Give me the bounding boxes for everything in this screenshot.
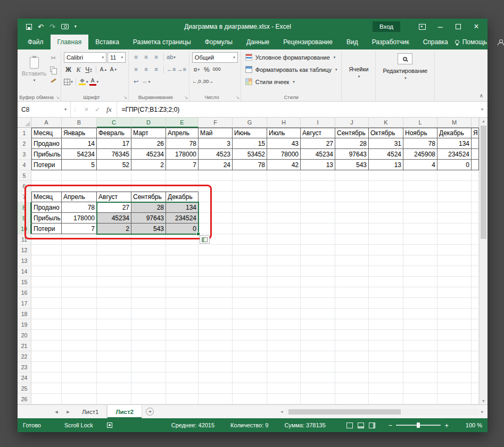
- column-header-M[interactable]: M: [437, 118, 472, 128]
- cell-B9[interactable]: 178000: [62, 213, 97, 224]
- cell-K17[interactable]: [369, 298, 403, 309]
- cell-L25[interactable]: [403, 383, 437, 394]
- cell-M21[interactable]: [437, 341, 472, 351]
- cell-B12[interactable]: [62, 245, 97, 255]
- cell-E16[interactable]: [166, 287, 199, 298]
- cell-G3[interactable]: 53452: [233, 149, 267, 160]
- cell-F2[interactable]: 3: [199, 138, 233, 149]
- number-format-select[interactable]: Общий▾: [192, 52, 238, 63]
- cell-F23[interactable]: [199, 362, 233, 372]
- cell-M4[interactable]: 0: [437, 160, 472, 170]
- cell-F20[interactable]: [199, 330, 233, 341]
- cell-G14[interactable]: [233, 266, 267, 277]
- cell-I12[interactable]: [301, 245, 335, 255]
- cell-J3[interactable]: 97643: [335, 149, 369, 160]
- cell-H22[interactable]: [267, 351, 301, 362]
- cell-F7[interactable]: [199, 192, 233, 202]
- row-header-19[interactable]: 19: [18, 319, 31, 330]
- cell-H18[interactable]: [267, 309, 301, 319]
- cell-C24[interactable]: [97, 372, 131, 383]
- cell-C17[interactable]: [97, 298, 131, 309]
- sheet-tab-sheet1[interactable]: Лист1: [74, 405, 107, 418]
- cell-D16[interactable]: [131, 287, 166, 298]
- zoom-slider-thumb[interactable]: [417, 423, 420, 428]
- help-button[interactable]: Помощь: [455, 38, 487, 46]
- cell-G24[interactable]: [233, 372, 267, 383]
- cell-J5[interactable]: [335, 170, 369, 181]
- cell-A24[interactable]: [31, 372, 62, 383]
- hscroll-left-icon[interactable]: ◄: [280, 410, 284, 413]
- row-header-14[interactable]: 14: [18, 266, 31, 277]
- camera-button[interactable]: [61, 24, 69, 29]
- cell-J23[interactable]: [335, 362, 369, 372]
- cell-D10[interactable]: 543: [131, 224, 166, 234]
- cell-L22[interactable]: [403, 351, 437, 362]
- cell-K1[interactable]: Октябрь: [369, 128, 403, 138]
- cell-N23[interactable]: [472, 362, 479, 372]
- zoom-slider[interactable]: [396, 425, 441, 426]
- cell-A11[interactable]: [31, 234, 62, 245]
- select-all-button[interactable]: [18, 118, 31, 128]
- cell-M15[interactable]: [437, 277, 472, 287]
- cell-L8[interactable]: [403, 202, 437, 213]
- cell-C23[interactable]: [97, 362, 131, 372]
- save-button[interactable]: [26, 24, 32, 30]
- cell-N24[interactable]: [472, 372, 479, 383]
- ribbon-tab-formulas[interactable]: Формулы: [198, 35, 239, 49]
- cell-B10[interactable]: 7: [62, 224, 97, 234]
- find-select-button[interactable]: [398, 53, 412, 64]
- cell-K22[interactable]: [369, 351, 403, 362]
- cell-D24[interactable]: [131, 372, 166, 383]
- cell-M17[interactable]: [437, 298, 472, 309]
- cell-J24[interactable]: [335, 372, 369, 383]
- cell-B22[interactable]: [62, 351, 97, 362]
- cell-C20[interactable]: [97, 330, 131, 341]
- hscroll-track[interactable]: [285, 409, 479, 415]
- cell-B3[interactable]: 54234: [62, 149, 97, 160]
- cell-F1[interactable]: Май: [199, 128, 233, 138]
- cell-D13[interactable]: [131, 255, 166, 266]
- align-left-button[interactable]: ≡: [131, 64, 141, 74]
- cell-C13[interactable]: [97, 255, 131, 266]
- cell-L5[interactable]: [403, 170, 437, 181]
- cell-L26[interactable]: [403, 394, 437, 404]
- cell-M6[interactable]: [437, 181, 472, 192]
- cell-H1[interactable]: Июль: [267, 128, 301, 138]
- row-header-7[interactable]: 7: [18, 192, 31, 202]
- row-header-17[interactable]: 17: [18, 298, 31, 309]
- cell-N14[interactable]: [472, 266, 479, 277]
- cell-C10[interactable]: 2: [97, 224, 131, 234]
- bold-button[interactable]: Ж: [64, 64, 73, 74]
- cell-F4[interactable]: 24: [199, 160, 233, 170]
- cell-L12[interactable]: [403, 245, 437, 255]
- cell-E19[interactable]: [166, 319, 199, 330]
- cell-B4[interactable]: 5: [62, 160, 97, 170]
- cell-G17[interactable]: [233, 298, 267, 309]
- cell-L18[interactable]: [403, 309, 437, 319]
- cell-G13[interactable]: [233, 255, 267, 266]
- row-header-23[interactable]: 23: [18, 362, 31, 372]
- ribbon-tab-help[interactable]: Справка: [416, 35, 455, 49]
- cell-N25[interactable]: [472, 383, 479, 394]
- font-size-select[interactable]: 11▾: [108, 52, 126, 63]
- increase-indent-button[interactable]: →≡: [177, 64, 186, 74]
- row-header-22[interactable]: 22: [18, 351, 31, 362]
- row-header-2[interactable]: 2: [18, 138, 31, 149]
- cell-J14[interactable]: [335, 266, 369, 277]
- cell-M12[interactable]: [437, 245, 472, 255]
- cell-L2[interactable]: 78: [403, 138, 437, 149]
- font-color-button[interactable]: А▾: [89, 77, 99, 87]
- cell-M14[interactable]: [437, 266, 472, 277]
- cell-A10[interactable]: Потери: [31, 224, 62, 234]
- cell-B24[interactable]: [62, 372, 97, 383]
- cell-I5[interactable]: [301, 170, 335, 181]
- cell-N12[interactable]: [472, 245, 479, 255]
- row-header-25[interactable]: 25: [18, 383, 31, 394]
- cell-N21[interactable]: [472, 341, 479, 351]
- fill-color-button[interactable]: ▾: [79, 77, 88, 87]
- cell-C21[interactable]: [97, 341, 131, 351]
- cell-E20[interactable]: [166, 330, 199, 341]
- insert-function-button[interactable]: fx: [106, 105, 111, 114]
- quick-analysis-button[interactable]: [200, 235, 210, 244]
- cell-I22[interactable]: [301, 351, 335, 362]
